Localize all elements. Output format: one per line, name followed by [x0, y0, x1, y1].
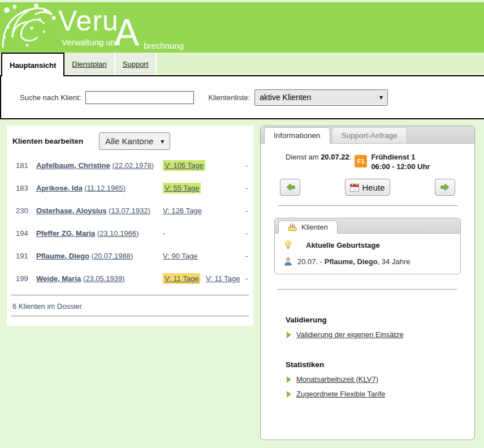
dienst-date: 20.07.22 — [321, 153, 349, 161]
tab-hauptansicht[interactable]: Hauptansicht — [1, 53, 64, 76]
app-header: Veru A Verwaltung und brechnung — [0, 2, 484, 53]
info-panel-tabbar: Informationen Support-Anfrage — [261, 126, 474, 144]
validierung-link-row: Validierung der eigenen Einsätze — [287, 330, 474, 339]
tab-informationen-label: Informationen — [274, 131, 321, 140]
statistiken-link-row: Zugeordnete Flexible Tarife — [287, 390, 474, 398]
search-input[interactable] — [85, 91, 194, 104]
client-list-selected-value: aktive Klienten — [260, 93, 311, 102]
table-row: 230 Osterhase, Aloysius (13.07.1932) V: … — [7, 199, 253, 222]
birthday-entry: 20.07. - Pflaume, Diego, 34 Jahre — [284, 257, 460, 266]
search-bar: Suche nach Klient: Klientenliste: aktive… — [0, 75, 484, 119]
vacation-days-link-1[interactable]: V: 90 Tage — [163, 252, 197, 260]
client-birthdate-link[interactable]: (23.05.1939) — [83, 274, 125, 283]
client-name-link[interactable]: Apfelbaum, Christine — [36, 161, 110, 170]
clients-panel-header: Klienten bearbeiten Alle Kantone ▾ — [7, 126, 253, 150]
client-id: 230 — [16, 206, 33, 215]
page-root: Veru A Verwaltung und brechnung Hauptans… — [0, 0, 484, 448]
birthday-cake-icon — [288, 223, 297, 231]
client-id: 191 — [16, 252, 33, 260]
client-id: 183 — [16, 184, 33, 192]
client-list-label: Klientenliste: — [208, 93, 250, 102]
today-button-label: Heute — [362, 183, 384, 192]
today-button[interactable]: 12 Heute — [345, 179, 390, 196]
client-list-select[interactable]: aktive Klienten ▾ — [254, 89, 388, 106]
app-logo: Veru A Verwaltung und brechnung — [58, 7, 228, 52]
lightbulb-icon — [284, 240, 292, 250]
dienst-label: Dienst am 20.07.22: — [286, 152, 351, 161]
divider — [11, 295, 249, 296]
client-birthdate-link[interactable]: (22.02.1978) — [112, 161, 154, 170]
vacation-days-link-2[interactable]: V: 11 Tage — [206, 274, 240, 283]
date-navigation: 12 Heute — [261, 179, 474, 196]
chevron-down-icon: ▾ — [161, 137, 164, 145]
shift-name: Frühdienst 1 — [371, 152, 430, 162]
tab-support-anfrage-label: Support-Anfrage — [342, 131, 397, 140]
triangle-right-icon — [287, 391, 291, 398]
klienten-box-tabbar: Klienten — [275, 218, 460, 234]
prev-day-button[interactable] — [280, 179, 300, 196]
shift-badge-f1: F1 — [355, 155, 367, 167]
info-panel: Informationen Support-Anfrage Dienst am … — [260, 126, 475, 440]
vacation-days-link-1[interactable]: V: 105 Tage — [163, 160, 205, 171]
tab-informationen[interactable]: Informationen — [264, 127, 330, 144]
client-birthdate-link[interactable]: (23.10.1966) — [97, 229, 139, 238]
divider — [11, 316, 249, 317]
client-name-link[interactable]: Osterhase, Aloysius — [36, 206, 107, 215]
calendar-icon: 12 — [350, 183, 359, 192]
canton-filter-value: Alle Kantone — [105, 136, 153, 146]
tab-hauptansicht-label: Hauptansicht — [10, 61, 56, 70]
dienst-info: Dienst am 20.07.22: F1 Frühdienst 1 06:0… — [286, 152, 474, 171]
vacation-days-link-1[interactable]: V: 55 Tage — [163, 183, 201, 193]
client-rows: 181 Apfelbaum, Christine (22.02.1978) V:… — [7, 154, 253, 290]
triangle-right-icon — [287, 376, 291, 383]
user-icon — [284, 257, 292, 266]
logo-subtitle-left: Verwaltung und — [62, 37, 120, 47]
dash-cell: - — [245, 252, 248, 260]
vacation-days-link-1: - — [163, 229, 165, 238]
tab-klienten[interactable]: Klienten — [278, 221, 338, 234]
link-monatsarbeitszeit[interactable]: Monatsarbeitszeit (KLV7) — [296, 375, 378, 384]
client-birthdate-link[interactable]: (20.07.1988) — [92, 252, 133, 260]
canton-filter-select[interactable]: Alle Kantone ▾ — [99, 132, 170, 150]
client-id: 194 — [16, 229, 33, 238]
client-name-cell: Weide, Maria (23.05.1939) — [36, 274, 159, 283]
client-birthdate-link[interactable]: (11.12.1965) — [84, 184, 126, 192]
tab-support-label: Support — [123, 60, 149, 68]
divider — [278, 289, 457, 290]
statistiken-heading: Statistiken — [286, 360, 474, 369]
clients-panel-title: Klienten bearbeiten — [12, 137, 83, 145]
vacation-days-link-1[interactable]: V: 126 Tage — [163, 206, 202, 215]
table-row: 199 Weide, Maria (23.05.1939) V: 11 Tage… — [7, 267, 253, 290]
tab-klienten-label: Klienten — [301, 223, 328, 231]
tab-dienstplan-label: Dienstplan — [72, 60, 106, 68]
logo-subtitle-right: brechnung — [144, 41, 184, 50]
link-validierung-einsaetze[interactable]: Validierung der eigenen Einsätze — [296, 330, 404, 339]
client-name-link[interactable]: Weide, Maria — [36, 274, 81, 283]
client-name-link[interactable]: Pfeffer ZG, Maria — [36, 229, 95, 238]
client-name-link[interactable]: Pflaume, Diego — [36, 252, 89, 260]
next-day-button[interactable] — [435, 179, 455, 196]
chevron-down-icon: ▾ — [379, 93, 383, 101]
main-nav: Hauptansicht Dienstplan Support — [0, 53, 484, 75]
klienten-box: Klienten Aktuelle Geburtstage 20.07. - P… — [274, 218, 461, 274]
tab-support-anfrage[interactable]: Support-Anfrage — [332, 127, 407, 143]
vacation-days-link-1[interactable]: V: 11 Tage — [163, 273, 200, 284]
client-birthdate-link[interactable]: (13.07.1932) — [109, 206, 150, 215]
table-row: 183 Aprikose, Ida (11.12.1965) V: 55 Tag… — [7, 176, 253, 199]
logo-veru-text: Veru — [58, 6, 119, 37]
dash-cell: - — [245, 229, 248, 238]
birthday-entry-text: 20.07. - Pflaume, Diego, 34 Jahre — [297, 257, 410, 266]
table-row: 181 Apfelbaum, Christine (22.02.1978) V:… — [7, 154, 253, 176]
table-row: 194 Pfeffer ZG, Maria (23.10.1966) - - — [7, 222, 253, 244]
dash-cell: - — [245, 161, 248, 170]
client-count-text: 6 Klienten im Dossier — [12, 302, 253, 311]
tab-support[interactable]: Support — [115, 53, 157, 75]
client-name-link[interactable]: Aprikose, Ida — [36, 184, 83, 192]
table-row: 191 Pflaume, Diego (20.07.1988) V: 90 Ta… — [7, 244, 253, 267]
birthday-person-name: Pflaume, Diego — [325, 257, 378, 266]
tab-dienstplan[interactable]: Dienstplan — [64, 53, 115, 75]
birthday-heading-row: Aktuelle Geburtstage — [284, 240, 460, 250]
dash-cell: - — [245, 274, 248, 283]
link-flexible-tarife[interactable]: Zugeordnete Flexible Tarife — [296, 390, 385, 398]
shift-time: 06:00 - 12:00 Uhr — [371, 162, 430, 171]
